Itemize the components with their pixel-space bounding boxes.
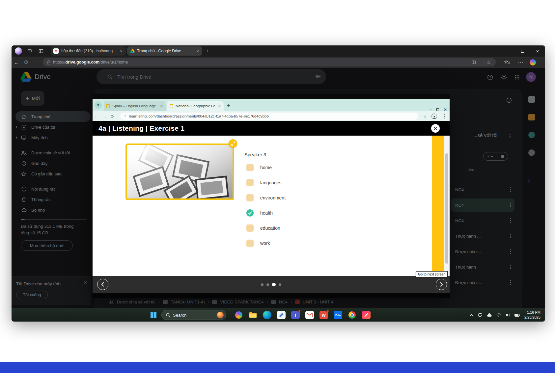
speaker-label: Speaker 3: [244, 152, 267, 157]
gmail-icon[interactable] [305, 311, 314, 319]
close-tab-icon[interactable]: ✕ [218, 104, 221, 108]
browser-tab-gmail[interactable]: M Hộp thư đến (219) - buihoangngu × [51, 46, 126, 56]
checkbox[interactable] [246, 240, 254, 247]
option-environment[interactable]: environment [246, 194, 286, 201]
clock-time: 1:16 PM [524, 310, 541, 315]
sync-icon[interactable] [478, 313, 482, 317]
tab-actions-icon[interactable] [36, 47, 46, 55]
split-screen-icon[interactable] [472, 58, 477, 66]
expand-image-icon[interactable] [229, 139, 237, 148]
gmail-icon: M [53, 48, 59, 54]
close-tab-icon[interactable]: × [196, 49, 200, 54]
exercise-photo[interactable] [125, 144, 234, 200]
page-dot[interactable] [279, 283, 281, 286]
teams-icon[interactable]: T [291, 311, 300, 319]
checkbox[interactable] [246, 179, 254, 186]
browser-profile-avatar[interactable] [15, 47, 22, 55]
drive-icon [130, 48, 135, 54]
exercise-title: 4a | Listening | Exercise 1 [98, 124, 184, 132]
profile-icon[interactable] [431, 114, 437, 119]
edge-titlebar: M Hộp thư đến (219) - buihoangngu × Tran… [12, 45, 545, 57]
battery-icon[interactable] [514, 314, 520, 317]
checkbox[interactable] [246, 194, 254, 201]
divider [48, 48, 48, 54]
taskbar-clock[interactable]: 1:16 PM 2/23/2025 [524, 310, 541, 320]
new-tab-button[interactable]: + [227, 103, 230, 109]
page-dot[interactable] [272, 283, 276, 286]
tab-search-chevron-icon[interactable]: ▼ [95, 101, 102, 109]
chrome-icon[interactable] [348, 311, 356, 319]
forward-icon[interactable]: → [100, 114, 108, 119]
restore-button[interactable] [436, 108, 439, 111]
player-window-bottom-strip [93, 293, 450, 298]
spark-icon [106, 104, 110, 108]
player-tab-ngl[interactable]: National Geographic Learning ✕ [167, 101, 224, 111]
option-education[interactable]: education [246, 224, 286, 232]
tab-title: Hộp thư đến (219) - buihoangngu [61, 49, 117, 53]
checkbox[interactable] [246, 164, 254, 171]
window-controls: – × [500, 45, 545, 57]
whiteboard-app-icon[interactable] [277, 311, 286, 319]
yellow-side-strip [432, 136, 444, 276]
ngl-icon [170, 104, 173, 108]
scrollbar-thumb[interactable] [445, 153, 448, 264]
close-exercise-icon[interactable]: ✕ [431, 124, 440, 133]
zalo-icon[interactable]: Zalo [334, 311, 342, 319]
notification-badge [326, 310, 329, 312]
option-health[interactable]: health [246, 209, 286, 217]
taskbar-search-box[interactable]: Search [161, 310, 226, 320]
previous-screen-button[interactable] [97, 279, 108, 290]
player-tab-spark[interactable]: Spark - English Language Platf ✕ [104, 101, 166, 111]
reload-icon[interactable]: ⟳ [108, 114, 116, 119]
wps-office-icon[interactable]: W [319, 311, 328, 319]
browser-tab-drive[interactable]: Trang chủ - Google Drive × [127, 46, 202, 56]
browser-menu-icon[interactable] [442, 113, 446, 119]
file-explorer-icon[interactable] [249, 311, 257, 319]
new-tab-button[interactable]: + [204, 48, 212, 54]
pink-app-icon[interactable] [362, 311, 371, 319]
player-nav-bar [93, 276, 450, 293]
copilot-icon[interactable] [235, 311, 243, 319]
chevron-up-icon[interactable] [470, 314, 473, 316]
restore-button[interactable] [515, 45, 530, 57]
page-dot[interactable] [261, 283, 264, 286]
workspaces-icon[interactable] [24, 47, 34, 55]
desktop-screenshot: M Hộp thư đến (219) - buihoangngu × Tran… [12, 45, 545, 322]
scrollbar[interactable] [444, 136, 450, 276]
back-icon[interactable]: ← [12, 60, 21, 65]
onedrive-cloud-icon[interactable] [486, 313, 492, 317]
next-screen-button[interactable] [436, 279, 447, 290]
answer-options: home languages environment health [246, 164, 286, 247]
page-dot[interactable] [266, 283, 269, 286]
player-address-bar[interactable]: ⁝⁝ learn.eltngl.com/dashboard/assignment… [120, 113, 418, 120]
screenshot-canvas: M Hộp thư đến (219) - buihoangngu × Tran… [0, 0, 555, 392]
close-tab-icon[interactable]: ✕ [160, 104, 163, 108]
copilot-icon[interactable] [530, 57, 536, 68]
favorite-star-icon[interactable]: ☆ [486, 58, 491, 66]
bottom-blue-bar [0, 362, 555, 373]
checkbox[interactable] [246, 209, 254, 217]
search-label: Search [173, 313, 186, 318]
option-work[interactable]: work [246, 240, 286, 247]
close-tab-icon[interactable]: × [119, 49, 123, 54]
reload-icon[interactable]: ⟳ [21, 59, 31, 65]
start-button[interactable] [149, 311, 158, 319]
edge-icon[interactable] [263, 311, 271, 319]
address-bar[interactable]: https://drive.google.com/drive/u/1/home … [43, 58, 496, 66]
favorite-star-icon[interactable]: ☆ [423, 114, 427, 119]
pagination-dots [261, 276, 281, 293]
close-button[interactable]: × [530, 45, 545, 57]
more-menu-icon[interactable]: ··· [517, 57, 524, 68]
lock-icon [47, 60, 50, 65]
search-highlight-icon [217, 312, 224, 318]
site-settings-icon[interactable]: ⁝⁝ [124, 115, 126, 118]
minimize-button[interactable]: – [500, 45, 515, 57]
option-languages[interactable]: languages [246, 179, 286, 186]
drive-page: Drive Tìm trong Drive ? [12, 68, 545, 308]
volume-icon[interactable] [506, 313, 510, 317]
back-icon[interactable]: ← [93, 114, 100, 119]
checkbox[interactable] [246, 224, 254, 232]
wifi-icon[interactable] [496, 313, 501, 317]
favorites-bar-icon[interactable] [504, 57, 510, 68]
option-home[interactable]: home [246, 164, 286, 171]
